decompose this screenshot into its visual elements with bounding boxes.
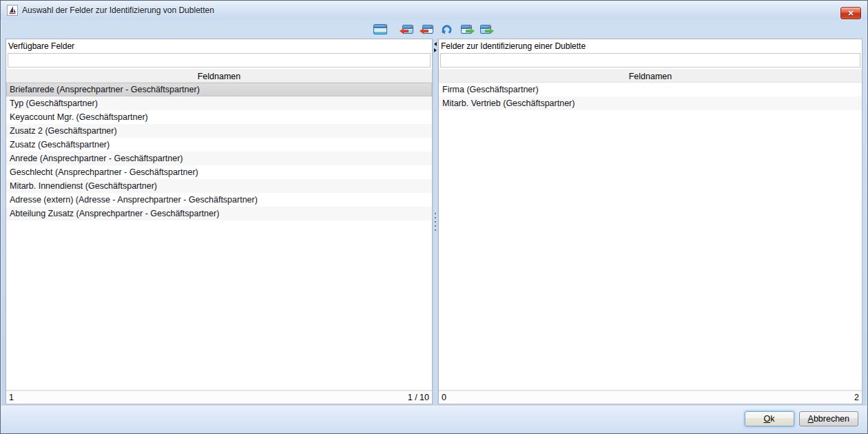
undo-icon	[440, 23, 453, 35]
collapse-left-icon[interactable]	[434, 42, 437, 46]
duplicate-fields-status-bar: 0 2	[439, 390, 862, 404]
available-fields-search-input[interactable]	[8, 53, 431, 68]
list-item[interactable]: Firma (Geschäftspartner)	[439, 83, 862, 96]
move-left-icon	[422, 25, 433, 34]
title-bar: Auswahl der Felder zur Identifizierung v…	[1, 1, 867, 20]
toolbar	[1, 20, 867, 38]
dialog-window: Auswahl der Felder zur Identifizierung v…	[0, 0, 868, 434]
move-all-left-icon	[402, 25, 413, 34]
splitter-grip-icon[interactable]	[435, 213, 436, 231]
duplicate-fields-list: Firma (Geschäftspartner)Mitarb. Vertrieb…	[439, 83, 862, 390]
available-fields-list: Briefanrede (Ansprechpartner - Geschäfts…	[6, 83, 432, 390]
duplicate-fields-column-header[interactable]: Feldnamen	[439, 69, 862, 83]
close-button[interactable]: ✕	[840, 7, 861, 19]
duplicate-fields-label: Felder zur Identifizierung einer Dublett…	[439, 39, 862, 52]
available-fields-status-bar: 1 1 / 10	[6, 390, 432, 404]
row-position-indicator: 1 / 10	[408, 393, 429, 402]
list-item[interactable]: Typ (Geschäftspartner)	[6, 96, 432, 110]
collapse-right-icon[interactable]	[434, 48, 437, 52]
row-count: 2	[854, 393, 859, 402]
available-fields-label: Verfügbare Felder	[6, 39, 432, 52]
cancel-button[interactable]: Abbrechen	[799, 411, 858, 426]
dialog-footer: Ok Abbrechen	[1, 406, 867, 433]
selected-count: 1	[9, 393, 14, 402]
move-left-button[interactable]	[420, 21, 436, 37]
duplicate-fields-search-input[interactable]	[440, 53, 860, 68]
list-item[interactable]: Zusatz (Geschäftspartner)	[6, 138, 432, 152]
list-item[interactable]: Mitarb. Vertrieb (Geschäftspartner)	[439, 96, 862, 110]
sailboat-logo-icon	[7, 5, 18, 16]
move-all-right-icon	[480, 25, 491, 34]
move-all-right-button[interactable]	[477, 21, 494, 37]
splitter-collapse-arrows[interactable]	[433, 42, 437, 52]
duplicate-fields-panel: Felder zur Identifizierung einer Dublett…	[438, 39, 862, 404]
field-list-button[interactable]	[372, 21, 389, 37]
ok-button[interactable]: Ok	[745, 411, 794, 426]
field-list-icon	[373, 24, 387, 34]
panel-splitter[interactable]	[433, 39, 438, 404]
content-area: Verfügbare Felder Feldnamen Briefanrede …	[1, 38, 867, 406]
window-title: Auswahl der Felder zur Identifizierung v…	[22, 6, 214, 15]
move-all-left-button[interactable]	[400, 21, 416, 37]
move-right-icon	[461, 25, 472, 34]
list-item[interactable]: Anrede (Ansprechpartner - Geschäftspartn…	[6, 152, 432, 165]
list-item[interactable]: Briefanrede (Ansprechpartner - Geschäfts…	[6, 83, 432, 96]
list-item[interactable]: Abteilung Zusatz (Ansprechpartner - Gesc…	[6, 207, 432, 220]
available-fields-panel: Verfügbare Felder Feldnamen Briefanrede …	[6, 39, 433, 404]
list-item[interactable]: Zusatz 2 (Geschäftspartner)	[6, 124, 432, 138]
list-item[interactable]: Keyaccount Mgr. (Geschäftspartner)	[6, 110, 432, 124]
list-item[interactable]: Mitarb. Innendienst (Geschäftspartner)	[6, 179, 432, 193]
list-item[interactable]: Adresse (extern) (Adresse - Ansprechpart…	[6, 193, 432, 207]
undo-button[interactable]	[438, 21, 455, 37]
list-item[interactable]: Geschlecht (Ansprechpartner - Geschäftsp…	[6, 165, 432, 179]
selected-count: 0	[442, 393, 446, 402]
available-fields-column-header[interactable]: Feldnamen	[6, 69, 432, 83]
move-right-button[interactable]	[458, 21, 475, 37]
